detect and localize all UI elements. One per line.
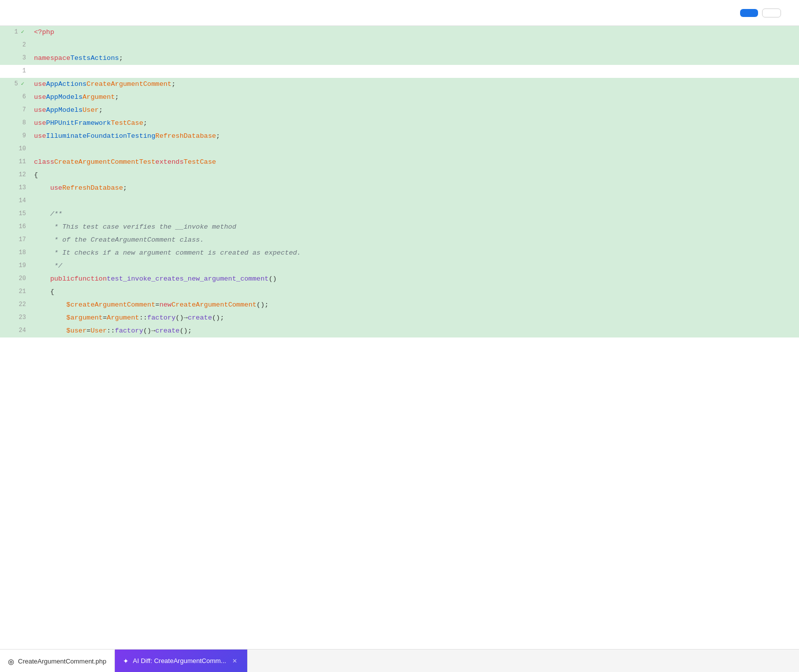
line-number: 17 (16, 235, 26, 245)
code-line: 18 * It checks if a new argument comment… (0, 247, 799, 260)
line-content: $user = User::factory()→create(); (30, 325, 799, 337)
line-number: 10 (16, 144, 26, 154)
line-number-col: 16 (0, 221, 30, 234)
line-content: use AppActionsCreateArgumentComment; (30, 78, 799, 91)
line-number: 1 (16, 66, 26, 76)
toolbar-nav (8, 11, 34, 15)
code-line: 1✓<?php (0, 26, 799, 39)
line-number: 18 (16, 248, 26, 258)
toolbar-actions (740, 8, 791, 17)
line-number: 15 (16, 209, 26, 219)
toolbar (0, 0, 799, 26)
accept-all-button[interactable] (740, 9, 758, 17)
line-number: 21 (16, 287, 26, 297)
line-number-col: 11 (0, 156, 30, 169)
line-check: ✓ (21, 28, 26, 37)
code-line: 16 * This test case verifies the __invok… (0, 221, 799, 234)
line-content: use RefreshDatabase; (30, 182, 799, 195)
line-number: 19 (16, 261, 26, 271)
line-number-col: 18 (0, 247, 30, 260)
line-content: { (30, 169, 799, 182)
tab-create-label: CreateArgumentComment.php (18, 658, 106, 665)
tab-ai-diff-close[interactable]: ✕ (230, 657, 239, 666)
line-content (30, 65, 799, 78)
line-content: */ (30, 260, 799, 273)
line-number: 13 (16, 183, 26, 193)
code-line: 10 (0, 143, 799, 156)
line-number: 8 (16, 118, 26, 128)
line-number: 9 (16, 131, 26, 141)
up-arrow-button[interactable] (8, 11, 14, 15)
code-line: 11class CreateArgumentCommentTest extend… (0, 156, 799, 169)
line-number: 11 (16, 157, 26, 167)
tab-ai-diff-label: AI Diff: CreateArgumentComm... (133, 657, 226, 665)
code-line: 23 $argument = Argument::factory()→creat… (0, 312, 799, 325)
line-number-col: 13 (0, 182, 30, 195)
line-number: 23 (16, 313, 26, 323)
code-line: 15 /** (0, 208, 799, 221)
line-number-col: 8 (0, 117, 30, 130)
line-check: ✓ (21, 80, 26, 89)
line-number: 16 (16, 222, 26, 232)
bottom-tabs: ◎CreateArgumentComment.php✦AI Diff: Crea… (0, 649, 799, 672)
code-area[interactable]: 1✓<?php23namespace TestsActions;15✓use A… (0, 26, 799, 649)
line-content: class CreateArgumentCommentTest extends … (30, 156, 799, 169)
code-line: 14 (0, 195, 799, 208)
refresh-button[interactable] (785, 11, 791, 15)
line-number-col: 22 (0, 299, 30, 312)
line-content: public function test_invoke_creates_new_… (30, 273, 799, 286)
line-number-col: 1 (0, 65, 30, 78)
pencil-button[interactable] (28, 11, 34, 15)
line-number-col: 15 (0, 208, 30, 221)
line-number-col: 1✓ (0, 26, 30, 39)
code-line: 22 $createArgumentComment = new CreateAr… (0, 299, 799, 312)
line-content: use IlluminateFoundationTestingRefreshDa… (30, 130, 799, 143)
line-number-col: 3 (0, 52, 30, 65)
line-number-col: 9 (0, 130, 30, 143)
line-number-col: 20 (0, 273, 30, 286)
line-number: 22 (16, 300, 26, 310)
line-content (30, 195, 799, 208)
line-number: 2 (16, 40, 26, 50)
line-number-col: 6 (0, 91, 30, 104)
line-content: <?php (30, 26, 799, 39)
tab-ai-diff-icon: ✦ (123, 657, 129, 665)
tab-ai-diff[interactable]: ✦AI Diff: CreateArgumentComm...✕ (115, 650, 248, 672)
code-line: 17 * of the CreateArgumentComment class. (0, 234, 799, 247)
tab-create-icon: ◎ (8, 658, 14, 666)
line-content: $argument = Argument::factory()→create()… (30, 312, 799, 325)
line-number-col: 10 (0, 143, 30, 156)
code-line: 19 */ (0, 260, 799, 273)
line-number: 14 (16, 196, 26, 206)
line-content: use AppModelsArgument; (30, 91, 799, 104)
code-line: 21 { (0, 286, 799, 299)
line-number-col: 12 (0, 169, 30, 182)
code-line: 13 use RefreshDatabase; (0, 182, 799, 195)
line-number-col: 19 (0, 260, 30, 273)
line-number-col: 2 (0, 39, 30, 52)
line-content: { (30, 286, 799, 299)
line-content: use AppModelsUser; (30, 104, 799, 117)
line-content: * It checks if a new argument comment is… (30, 247, 799, 260)
down-arrow-button[interactable] (18, 11, 24, 15)
code-line: 5✓use AppActionsCreateArgumentComment; (0, 78, 799, 91)
line-number-col: 21 (0, 286, 30, 299)
code-line: 1 (0, 65, 799, 78)
line-number: 7 (16, 105, 26, 115)
tab-create[interactable]: ◎CreateArgumentComment.php (0, 650, 115, 672)
line-number-col: 17 (0, 234, 30, 247)
line-number: 24 (16, 326, 26, 336)
line-number: 20 (16, 274, 26, 284)
line-content: $createArgumentComment = new CreateArgum… (30, 299, 799, 312)
specify-button[interactable] (762, 8, 781, 17)
code-line: 9use IlluminateFoundationTestingRefreshD… (0, 130, 799, 143)
code-line: 8use PHPUnitFrameworkTestCase; (0, 117, 799, 130)
line-content (30, 39, 799, 52)
line-number: 12 (16, 170, 26, 180)
code-line: 12{ (0, 169, 799, 182)
line-number-col: 24 (0, 325, 30, 337)
code-line: 2 (0, 39, 799, 52)
code-line: 3namespace TestsActions; (0, 52, 799, 65)
line-number-col: 14 (0, 195, 30, 208)
line-number: 1 (8, 27, 18, 37)
